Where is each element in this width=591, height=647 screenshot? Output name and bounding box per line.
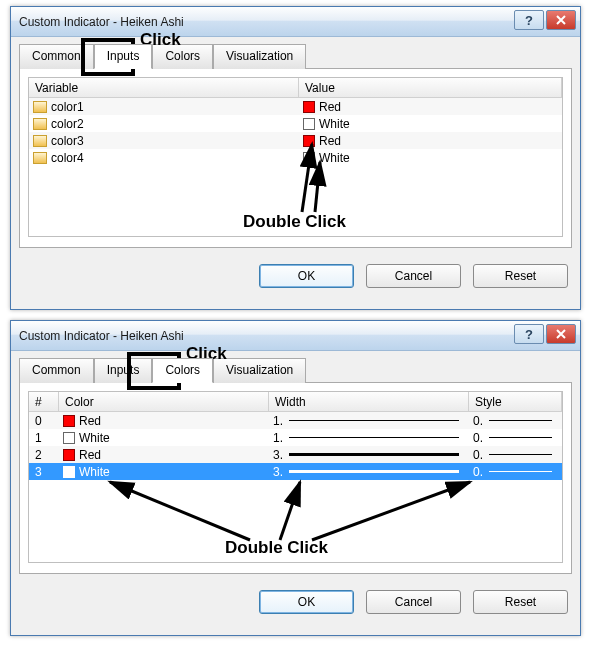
width-value: 1. [273, 431, 283, 445]
width-value: 1. [273, 414, 283, 428]
tab-common[interactable]: Common [19, 358, 94, 383]
cancel-button[interactable]: Cancel [366, 264, 461, 288]
var-value: Red [319, 134, 341, 148]
width-value: 3. [273, 448, 283, 462]
col-index[interactable]: # [29, 392, 59, 412]
button-bar: OK Cancel Reset [11, 582, 580, 626]
style-preview-icon [489, 471, 552, 472]
input-row[interactable]: color2 White [29, 115, 562, 132]
style-value: 0. [473, 431, 483, 445]
color-swatch-icon [63, 466, 75, 478]
tab-visualization[interactable]: Visualization [213, 44, 306, 69]
tab-panel: Variable Value color1 Red color2 White c… [19, 68, 572, 248]
title-bar[interactable]: Custom Indicator - Heiken Ashi ? [11, 7, 580, 37]
col-width[interactable]: Width [269, 392, 469, 412]
tab-panel: # Color Width Style 0 Red 1. 0. 1 White … [19, 382, 572, 574]
row-index: 2 [29, 448, 59, 462]
style-preview-icon [489, 420, 552, 421]
color-name: Red [79, 414, 101, 428]
dialog-title: Custom Indicator - Heiken Ashi [19, 329, 184, 343]
ok-button[interactable]: OK [259, 590, 354, 614]
tab-visualization[interactable]: Visualization [213, 358, 306, 383]
width-preview-icon [289, 437, 459, 438]
color-swatch-icon [63, 415, 75, 427]
dialog-title: Custom Indicator - Heiken Ashi [19, 15, 184, 29]
style-preview-icon [489, 437, 552, 438]
tab-common[interactable]: Common [19, 44, 94, 69]
width-preview-icon [289, 453, 459, 456]
colors-dialog: Custom Indicator - Heiken Ashi ? Common … [10, 320, 581, 636]
column-headers: Variable Value [29, 78, 562, 98]
width-preview-icon [289, 470, 459, 473]
color-swatch-icon [303, 101, 315, 113]
column-headers: # Color Width Style [29, 392, 562, 412]
var-name: color3 [51, 134, 84, 148]
tab-inputs[interactable]: Inputs [94, 44, 153, 69]
inputs-list: Variable Value color1 Red color2 White c… [28, 77, 563, 237]
row-index: 1 [29, 431, 59, 445]
width-value: 3. [273, 465, 283, 479]
col-style[interactable]: Style [469, 392, 562, 412]
reset-button[interactable]: Reset [473, 590, 568, 614]
style-value: 0. [473, 448, 483, 462]
width-preview-icon [289, 420, 459, 421]
row-index: 0 [29, 414, 59, 428]
param-icon [33, 101, 47, 113]
col-value[interactable]: Value [299, 78, 562, 98]
color-swatch-icon [63, 432, 75, 444]
var-name: color2 [51, 117, 84, 131]
close-button[interactable] [546, 10, 576, 30]
col-variable[interactable]: Variable [29, 78, 299, 98]
var-value: White [319, 117, 350, 131]
color-row[interactable]: 2 Red 3. 0. [29, 446, 562, 463]
color-name: White [79, 465, 110, 479]
input-row[interactable]: color3 Red [29, 132, 562, 149]
tab-strip: Common Inputs Colors Visualization [19, 43, 572, 68]
var-name: color4 [51, 151, 84, 165]
color-row[interactable]: 1 White 1. 0. [29, 429, 562, 446]
tab-inputs[interactable]: Inputs [94, 358, 153, 383]
help-button[interactable]: ? [514, 324, 544, 344]
color-swatch-icon [303, 152, 315, 164]
title-bar[interactable]: Custom Indicator - Heiken Ashi ? [11, 321, 580, 351]
var-value: White [319, 151, 350, 165]
color-swatch-icon [303, 118, 315, 130]
help-button[interactable]: ? [514, 10, 544, 30]
var-name: color1 [51, 100, 84, 114]
param-icon [33, 118, 47, 130]
color-swatch-icon [63, 449, 75, 461]
style-value: 0. [473, 465, 483, 479]
close-button[interactable] [546, 324, 576, 344]
inputs-dialog: Custom Indicator - Heiken Ashi ? Common … [10, 6, 581, 310]
color-row-selected[interactable]: 3 White 3. 0. [29, 463, 562, 480]
colors-list: # Color Width Style 0 Red 1. 0. 1 White … [28, 391, 563, 563]
param-icon [33, 135, 47, 147]
style-preview-icon [489, 454, 552, 455]
tab-strip: Common Inputs Colors Visualization [19, 357, 572, 382]
tab-colors[interactable]: Colors [152, 44, 213, 69]
tab-colors[interactable]: Colors [152, 358, 213, 383]
color-name: White [79, 431, 110, 445]
input-row[interactable]: color1 Red [29, 98, 562, 115]
input-row[interactable]: color4 White [29, 149, 562, 166]
reset-button[interactable]: Reset [473, 264, 568, 288]
var-value: Red [319, 100, 341, 114]
button-bar: OK Cancel Reset [11, 256, 580, 300]
color-swatch-icon [303, 135, 315, 147]
color-name: Red [79, 448, 101, 462]
row-index: 3 [29, 465, 59, 479]
cancel-button[interactable]: Cancel [366, 590, 461, 614]
col-color[interactable]: Color [59, 392, 269, 412]
param-icon [33, 152, 47, 164]
style-value: 0. [473, 414, 483, 428]
ok-button[interactable]: OK [259, 264, 354, 288]
color-row[interactable]: 0 Red 1. 0. [29, 412, 562, 429]
